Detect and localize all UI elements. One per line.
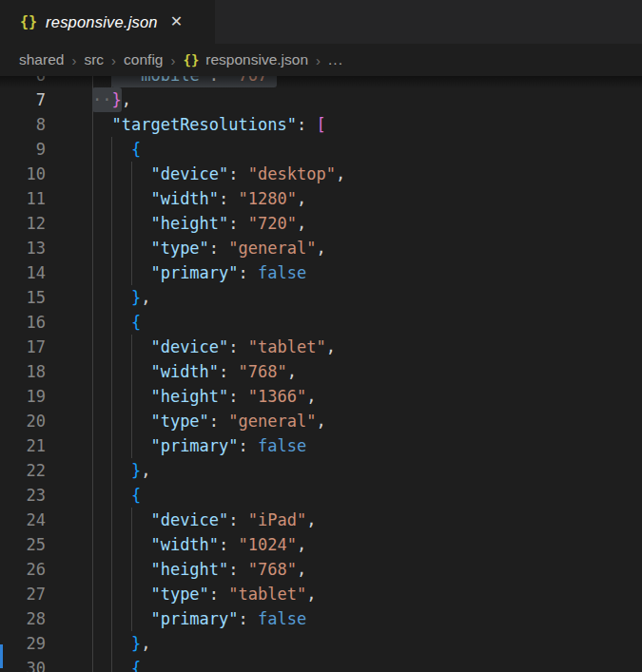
code-line[interactable]: 12 "height": "720", [0, 211, 642, 236]
breadcrumb-item-shared[interactable]: shared [19, 51, 64, 68]
vscode-window: {} responsive.json ✕ shared › src › conf… [0, 0, 642, 672]
line-number[interactable]: 13 [0, 236, 46, 260]
code-line[interactable]: 7··}, [0, 87, 642, 112]
code-line[interactable]: 10 "device": "desktop", [0, 162, 642, 186]
line-content: ··}, [92, 87, 642, 112]
breadcrumb-item-config[interactable]: config [124, 51, 163, 68]
code-text: }, [92, 461, 150, 480]
line-content: "targetResolutions": [ [92, 112, 642, 137]
line-number[interactable]: 23 [0, 483, 46, 508]
line-number[interactable]: 14 [0, 260, 46, 285]
code-line[interactable]: 21 "primary": false [0, 433, 642, 458]
line-number[interactable]: 26 [0, 557, 46, 582]
line-number[interactable]: 27 [0, 582, 46, 606]
line-number[interactable]: 20 [0, 409, 46, 433]
code-line[interactable]: 26 "height": "768", [0, 557, 642, 582]
code-line[interactable]: 16 { [0, 310, 642, 335]
line-number[interactable]: 16 [0, 310, 46, 335]
code-line[interactable]: 13 "type": "general", [0, 236, 642, 260]
code-line[interactable]: 25 "width": "1024", [0, 532, 642, 557]
code-text: "type": "general", [92, 239, 326, 258]
line-number[interactable]: 8 [0, 112, 46, 137]
breadcrumb-symbol-ellipsis[interactable]: ... [328, 51, 343, 68]
code-text: "device": "desktop", [92, 164, 345, 183]
line-number[interactable]: 6 [0, 76, 46, 87]
breadcrumb-item-file[interactable]: responsive.json [205, 51, 308, 68]
line-content: "width": "1024", [92, 532, 642, 557]
line-number[interactable]: 17 [0, 335, 46, 359]
line-number[interactable]: 30 [0, 656, 46, 672]
line-number[interactable]: 10 [0, 162, 46, 186]
tab-responsive-json[interactable]: {} responsive.json ✕ [0, 0, 215, 44]
code-text: { [92, 659, 141, 672]
line-number[interactable]: 25 [0, 532, 46, 557]
code-text: }, [92, 634, 150, 653]
chevron-right-icon: › [111, 52, 116, 68]
code-line[interactable]: 23 { [0, 483, 642, 508]
code-line[interactable]: 9 { [0, 137, 642, 162]
code-text: }, [92, 288, 150, 307]
line-content: { [92, 137, 642, 162]
code-line[interactable]: 18 "width": "768", [0, 359, 642, 384]
line-number[interactable]: 11 [0, 186, 46, 211]
code-line[interactable]: 15 }, [0, 285, 642, 310]
line-number[interactable]: 15 [0, 285, 46, 310]
line-number[interactable]: 28 [0, 606, 46, 631]
line-content: "device": "iPad", [92, 508, 642, 532]
left-accent-bar [0, 644, 3, 668]
line-content: }, [92, 458, 642, 483]
code-text: "height": "720", [92, 214, 306, 233]
line-number[interactable]: 7 [0, 87, 46, 112]
code-line[interactable]: 24 "device": "iPad", [0, 508, 642, 532]
line-content: "device": "tablet", [92, 335, 642, 359]
code-text: { [92, 486, 141, 505]
line-content: "primary": false [92, 260, 642, 285]
code-line[interactable]: 8 "targetResolutions": [ [0, 112, 642, 137]
code-line[interactable]: 29 }, [0, 631, 642, 656]
code-line[interactable]: 6 ··"mobile": "767" [0, 76, 642, 87]
code-editor[interactable]: 6 ··"mobile": "767"7··},8 "targetResolut… [0, 76, 642, 672]
line-content: { [92, 483, 642, 508]
code-text: "width": "768", [92, 362, 297, 381]
code-line[interactable]: 22 }, [0, 458, 642, 483]
line-content: ··"mobile": "767" [92, 76, 642, 87]
code-text: "primary": false [92, 263, 306, 282]
line-content: "type": "tablet", [92, 582, 642, 606]
line-number[interactable]: 18 [0, 359, 46, 384]
code-text: "primary": false [92, 609, 306, 628]
line-content: }, [92, 631, 642, 656]
code-line[interactable]: 28 "primary": false [0, 606, 642, 631]
tab-bar: {} responsive.json ✕ [0, 0, 642, 44]
chevron-right-icon: › [170, 52, 175, 68]
line-content: { [92, 310, 642, 335]
line-content: "height": "720", [92, 211, 642, 236]
code-text: "type": "general", [92, 412, 326, 431]
code-line[interactable]: 19 "height": "1366", [0, 384, 642, 409]
line-number[interactable]: 29 [0, 631, 46, 656]
line-content: "type": "general", [92, 236, 642, 260]
code-text: "width": "1024", [92, 535, 306, 554]
line-content: "height": "768", [92, 557, 642, 582]
breadcrumb-item-src[interactable]: src [84, 51, 104, 68]
chevron-right-icon: › [316, 52, 321, 68]
line-content: }, [92, 285, 642, 310]
code-line[interactable]: 30 { [0, 656, 642, 672]
code-line[interactable]: 11 "width": "1280", [0, 186, 642, 211]
line-content: "primary": false [92, 433, 642, 458]
line-number[interactable]: 19 [0, 384, 46, 409]
code-text: "device": "tablet", [92, 337, 336, 356]
code-line[interactable]: 27 "type": "tablet", [0, 582, 642, 606]
line-number[interactable]: 9 [0, 137, 46, 162]
line-number[interactable]: 24 [0, 508, 46, 532]
code-text: ··"mobile": "767" [92, 76, 278, 85]
code-line[interactable]: 14 "primary": false [0, 260, 642, 285]
code-text: "height": "1366", [92, 387, 316, 406]
code-line[interactable]: 17 "device": "tablet", [0, 335, 642, 359]
code-line[interactable]: 20 "type": "general", [0, 409, 642, 433]
line-number[interactable]: 21 [0, 433, 46, 458]
line-number[interactable]: 22 [0, 458, 46, 483]
line-number[interactable]: 12 [0, 211, 46, 236]
line-content: "height": "1366", [92, 384, 642, 409]
code-text: ··}, [92, 90, 131, 109]
close-icon[interactable]: ✕ [170, 14, 183, 29]
